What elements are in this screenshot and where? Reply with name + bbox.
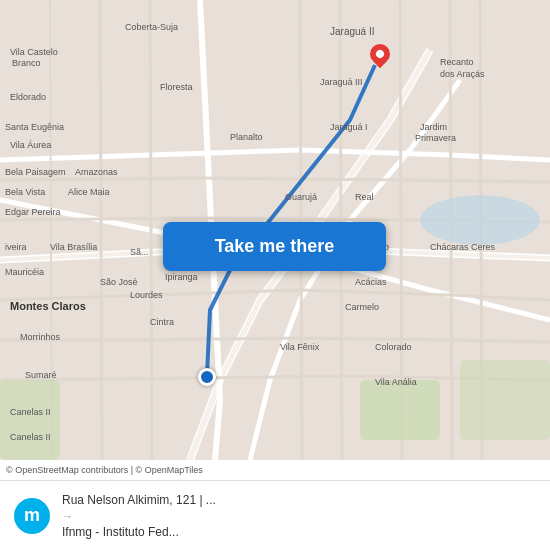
- svg-text:Branco: Branco: [12, 58, 41, 68]
- svg-text:dos Araçás: dos Araçás: [440, 69, 485, 79]
- map-container: Jaraguá II Recanto dos Araçás Jaraguá II…: [0, 0, 550, 460]
- svg-text:Canelas II: Canelas II: [10, 432, 51, 442]
- svg-text:Jardim: Jardim: [420, 122, 447, 132]
- svg-text:Jaraguá II: Jaraguá II: [330, 26, 374, 37]
- svg-text:Vila Castelo: Vila Castelo: [10, 47, 58, 57]
- svg-text:Vila Brasília: Vila Brasília: [50, 242, 97, 252]
- svg-rect-3: [460, 360, 550, 440]
- svg-text:Acácias: Acácias: [355, 277, 387, 287]
- svg-text:Amazonas: Amazonas: [75, 167, 118, 177]
- route-info: Rua Nelson Alkimim, 121 | ... → Ifnmg - …: [62, 493, 536, 539]
- svg-text:Floresta: Floresta: [160, 82, 193, 92]
- svg-text:Lourdes: Lourdes: [130, 290, 163, 300]
- attribution-text: © OpenStreetMap contributors | © OpenMap…: [6, 465, 203, 475]
- svg-text:Eldorado: Eldorado: [10, 92, 46, 102]
- svg-text:Morrinhos: Morrinhos: [20, 332, 61, 342]
- svg-text:Vila Anália: Vila Anália: [375, 377, 417, 387]
- svg-rect-4: [0, 380, 60, 460]
- take-me-there-button[interactable]: Take me there: [163, 222, 386, 271]
- moovit-logo: m: [14, 498, 50, 534]
- svg-text:Ipiranga: Ipiranga: [165, 272, 198, 282]
- svg-rect-2: [360, 380, 440, 440]
- moovit-logo-letter: m: [24, 505, 40, 526]
- svg-text:Montes Claros: Montes Claros: [10, 300, 86, 312]
- svg-text:Planalto: Planalto: [230, 132, 263, 142]
- svg-text:Recanto: Recanto: [440, 57, 474, 67]
- svg-text:Sumaré: Sumaré: [25, 370, 57, 380]
- origin-marker: [198, 368, 216, 386]
- svg-point-1: [420, 195, 540, 245]
- svg-text:Guarujá: Guarujá: [285, 192, 317, 202]
- svg-text:Alice Maia: Alice Maia: [68, 187, 110, 197]
- arrow-icon: →: [62, 510, 73, 522]
- svg-text:Vila Fênix: Vila Fênix: [280, 342, 320, 352]
- svg-text:Carmelo: Carmelo: [345, 302, 379, 312]
- bottom-bar: m Rua Nelson Alkimim, 121 | ... → Ifnmg …: [0, 480, 550, 550]
- svg-text:Chácaras Ceres: Chácaras Ceres: [430, 242, 496, 252]
- arrow-divider: →: [62, 510, 536, 522]
- svg-text:Canelas II: Canelas II: [10, 407, 51, 417]
- map-attribution: © OpenStreetMap contributors | © OpenMap…: [0, 460, 550, 480]
- moovit-logo-circle: m: [14, 498, 50, 534]
- svg-text:Real: Real: [355, 192, 374, 202]
- svg-text:iveira: iveira: [5, 242, 27, 252]
- svg-text:Cintra: Cintra: [150, 317, 174, 327]
- svg-text:Vila Áurea: Vila Áurea: [10, 140, 51, 150]
- svg-text:Coberta-Suja: Coberta-Suja: [125, 22, 178, 32]
- svg-text:Sã...: Sã...: [130, 247, 149, 257]
- svg-text:Mauricéia: Mauricéia: [5, 267, 44, 277]
- to-label: Ifnmg - Instituto Fed...: [62, 525, 292, 539]
- svg-text:Santa Eugênia: Santa Eugênia: [5, 122, 64, 132]
- svg-text:Colorado: Colorado: [375, 342, 412, 352]
- svg-text:Bela Paisagem: Bela Paisagem: [5, 167, 66, 177]
- svg-text:Jaraguá I: Jaraguá I: [330, 122, 368, 132]
- svg-text:São José: São José: [100, 277, 138, 287]
- from-label: Rua Nelson Alkimim, 121 | ...: [62, 493, 292, 507]
- svg-text:Primavera: Primavera: [415, 133, 456, 143]
- svg-text:Jaraguá III: Jaraguá III: [320, 77, 363, 87]
- svg-text:Edgar Pereira: Edgar Pereira: [5, 207, 61, 217]
- svg-text:Bela Vista: Bela Vista: [5, 187, 45, 197]
